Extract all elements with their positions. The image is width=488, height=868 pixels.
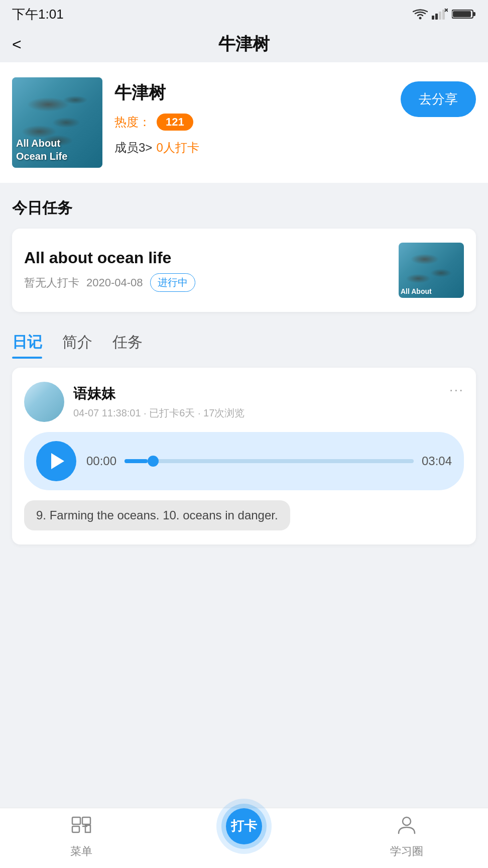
tab-diary[interactable]: 日记 (12, 332, 42, 358)
back-button[interactable]: < (12, 35, 22, 54)
nav-menu[interactable]: 菜单 (0, 813, 163, 859)
members-count[interactable]: 成员3> (114, 140, 152, 156)
header: < 牛津树 (0, 26, 488, 62)
menu-label: 菜单 (70, 844, 92, 859)
user-details: 语妹妹 04-07 11:38:01 · 已打卡6天 · 17次浏览 (73, 384, 245, 420)
section-title-today: 今日任务 (12, 198, 476, 219)
diary-user-info: 语妹妹 04-07 11:38:01 · 已打卡6天 · 17次浏览 (24, 382, 245, 422)
circle-label: 学习圈 (390, 844, 423, 859)
audio-player: 00:00 03:04 (24, 432, 464, 490)
menu-icon (70, 813, 92, 840)
task-date: 2020-04-08 (86, 276, 143, 289)
checkin-outer: 打卡 (216, 799, 272, 854)
signal-icon (432, 9, 448, 20)
status-bar: 下午1:01 (0, 0, 488, 26)
progress-bar[interactable] (125, 459, 414, 463)
task-thumb-label: All About (401, 287, 432, 295)
task-meta: 暂无人打卡 2020-04-08 进行中 (24, 273, 399, 292)
play-button[interactable] (36, 441, 76, 481)
time-total: 03:04 (422, 454, 452, 468)
svg-point-0 (419, 17, 422, 20)
svg-rect-10 (72, 817, 80, 824)
more-options-icon[interactable]: ··· (449, 382, 464, 398)
svg-rect-9 (473, 12, 475, 16)
diary-sub-meta: 04-07 11:38:01 · 已打卡6天 · 17次浏览 (73, 406, 245, 420)
group-meta: 牛津树 热度： 121 成员3> 0人打卡 (114, 77, 389, 156)
checkin-button[interactable]: 打卡 (226, 808, 262, 844)
page-title: 牛津树 (218, 33, 270, 56)
hotness-badge: 121 (157, 114, 193, 131)
svg-rect-12 (72, 826, 79, 832)
svg-rect-4 (442, 10, 445, 20)
svg-rect-3 (439, 12, 441, 20)
members-row: 成员3> 0人打卡 (114, 140, 389, 156)
today-task-section: 今日任务 All about ocean life 暂无人打卡 2020-04-… (0, 183, 488, 322)
tab-intro[interactable]: 简介 (62, 332, 92, 358)
task-status-badge: 进行中 (150, 273, 195, 292)
cover-ocean-bg: All About Ocean Life (12, 77, 102, 168)
task-info: All about ocean life 暂无人打卡 2020-04-08 进行… (24, 249, 399, 292)
play-triangle-icon (51, 453, 64, 469)
progress-area: 00:00 03:04 (86, 454, 452, 468)
user-circle-icon (396, 813, 418, 840)
tabs-section: 日记 简介 任务 (0, 322, 488, 358)
group-cover: All About Ocean Life (12, 77, 102, 168)
hotness-row: 热度： 121 (114, 114, 389, 131)
diary-card: 语妹妹 04-07 11:38:01 · 已打卡6天 · 17次浏览 ··· 0… (12, 368, 476, 545)
cover-label: All About Ocean Life (16, 137, 67, 163)
checkin-label: 打卡 (231, 817, 257, 835)
svg-point-14 (403, 817, 411, 825)
group-name: 牛津树 (114, 81, 389, 104)
checkin-mid: 打卡 (221, 804, 267, 849)
svg-rect-11 (82, 817, 90, 824)
battery-icon (452, 9, 476, 20)
status-time: 下午1:01 (12, 6, 64, 23)
bottom-nav: 菜单 打卡 学习圈 (0, 808, 488, 868)
group-info-section: All About Ocean Life 牛津树 热度： 121 成员3> 0人… (0, 62, 488, 183)
time-current: 00:00 (86, 454, 116, 468)
task-thumbnail: All About (399, 243, 464, 298)
tabs-row: 日记 简介 任务 (12, 332, 476, 358)
progress-dot (148, 456, 159, 467)
status-icons (413, 9, 476, 20)
user-avatar (24, 382, 64, 422)
task-no-checkin: 暂无人打卡 (24, 275, 79, 290)
share-button[interactable]: 去分享 (401, 81, 476, 117)
user-name: 语妹妹 (73, 384, 245, 403)
svg-rect-2 (435, 14, 438, 20)
nav-circle[interactable]: 学习圈 (325, 813, 488, 859)
caption-bubble: 9. Farming the oceans. 10. oceans in dan… (24, 500, 290, 530)
wifi-icon (413, 9, 428, 20)
diary-section: 语妹妹 04-07 11:38:01 · 已打卡6天 · 17次浏览 ··· 0… (0, 358, 488, 555)
avatar-placeholder (24, 382, 64, 422)
checkin-count: 0人打卡 (156, 140, 199, 156)
task-card[interactable]: All about ocean life 暂无人打卡 2020-04-08 进行… (12, 229, 476, 312)
svg-rect-8 (453, 11, 471, 17)
progress-fill (125, 459, 148, 463)
hotness-label: 热度： (114, 114, 151, 130)
svg-rect-1 (432, 16, 434, 20)
nav-checkin[interactable]: 打卡 (163, 809, 325, 864)
tab-tasks[interactable]: 任务 (112, 332, 143, 358)
diary-header: 语妹妹 04-07 11:38:01 · 已打卡6天 · 17次浏览 ··· (24, 382, 464, 422)
task-title: All about ocean life (24, 249, 399, 267)
